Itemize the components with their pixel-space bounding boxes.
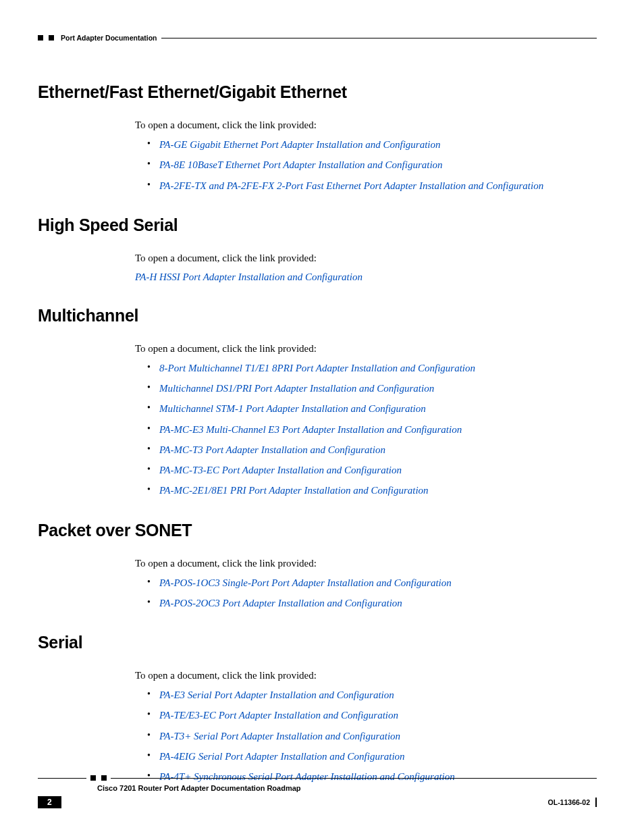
list-item: PA-MC-2E1/8E1 PRI Port Adapter Installat… (147, 484, 597, 497)
section-intro: To open a document, click the link provi… (135, 120, 597, 131)
link-list: PA-E3 Serial Port Adapter Installation a… (147, 688, 597, 783)
link-list: 8-Port Multichannel T1/E1 8PRI Port Adap… (147, 361, 597, 498)
list-item: Multichannel STM-1 Port Adapter Installa… (147, 402, 597, 415)
section-heading: Packet over SONET (38, 521, 597, 540)
list-item: Multichannel DS1/PRI Port Adapter Instal… (147, 382, 597, 395)
list-item: PA-POS-2OC3 Port Adapter Installation an… (147, 596, 597, 610)
square-icon (90, 775, 96, 781)
doc-link[interactable]: PA-2FE-TX and PA-2FE-FX 2-Port Fast Ethe… (159, 180, 543, 191)
doc-link[interactable]: PA-TE/E3-EC Port Adapter Installation an… (159, 710, 398, 721)
page-footer: Cisco 7201 Router Port Adapter Documenta… (38, 775, 597, 808)
doc-link[interactable]: Multichannel STM-1 Port Adapter Installa… (159, 403, 426, 414)
square-icon (49, 35, 54, 41)
section-intro: To open a document, click the link provi… (135, 670, 597, 681)
section-intro: To open a document, click the link provi… (135, 343, 597, 355)
footer-doc-title: Cisco 7201 Router Port Adapter Documenta… (97, 784, 597, 792)
list-item: PA-8E 10BaseT Ethernet Port Adapter Inst… (147, 158, 597, 172)
section-intro: To open a document, click the link provi… (135, 253, 597, 264)
breadcrumb: Port Adapter Documentation (61, 34, 157, 42)
divider-line (38, 778, 86, 779)
section-heading: Multichannel (38, 306, 597, 325)
doc-link[interactable]: PA-H HSSI Port Adapter Installation and … (135, 271, 363, 282)
divider-line (161, 38, 597, 38)
doc-link[interactable]: PA-POS-2OC3 Port Adapter Installation an… (159, 598, 402, 608)
header-rule: Port Adapter Documentation (38, 34, 597, 42)
section-heading: High Speed Serial (38, 215, 597, 235)
section-heading: Ethernet/Fast Ethernet/Gigabit Ethernet (38, 82, 597, 102)
section-multichannel: Multichannel To open a document, click t… (38, 306, 597, 498)
list-item: PA-T3+ Serial Port Adapter Installation … (147, 729, 597, 743)
doc-id: OL-11366-02 (548, 798, 590, 806)
doc-link[interactable]: PA-MC-2E1/8E1 PRI Port Adapter Installat… (159, 485, 429, 496)
doc-link[interactable]: PA-8E 10BaseT Ethernet Port Adapter Inst… (159, 159, 443, 170)
list-item: PA-E3 Serial Port Adapter Installation a… (147, 688, 597, 702)
list-item: PA-MC-T3-EC Port Adapter Installation an… (147, 463, 597, 477)
link-list: PA-GE Gigabit Ethernet Port Adapter Inst… (147, 138, 597, 192)
page-number: 2 (38, 796, 61, 808)
footer-bottom: 2 OL-11366-02 (38, 796, 597, 808)
list-item: PA-H HSSI Port Adapter Installation and … (135, 271, 597, 283)
doc-link[interactable]: PA-GE Gigabit Ethernet Port Adapter Inst… (159, 139, 441, 150)
list-item: PA-2FE-TX and PA-2FE-FX 2-Port Fast Ethe… (147, 179, 597, 192)
list-item: PA-POS-1OC3 Single-Port Port Adapter Ins… (147, 576, 597, 590)
footer-rule (38, 775, 597, 781)
section-high-speed-serial: High Speed Serial To open a document, cl… (38, 215, 597, 283)
list-item: PA-GE Gigabit Ethernet Port Adapter Inst… (147, 138, 597, 151)
doc-link[interactable]: PA-MC-E3 Multi-Channel E3 Port Adapter I… (159, 424, 462, 435)
section-ethernet: Ethernet/Fast Ethernet/Gigabit Ethernet … (38, 82, 597, 192)
list-item: PA-MC-E3 Multi-Channel E3 Port Adapter I… (147, 423, 597, 436)
doc-link[interactable]: PA-T3+ Serial Port Adapter Installation … (159, 731, 400, 741)
section-packet-over-sonet: Packet over SONET To open a document, cl… (38, 521, 597, 610)
doc-link[interactable]: PA-POS-1OC3 Single-Port Port Adapter Ins… (159, 577, 452, 588)
section-heading: Serial (38, 633, 597, 652)
link-list: PA-POS-1OC3 Single-Port Port Adapter Ins… (147, 576, 597, 610)
list-item: PA-TE/E3-EC Port Adapter Installation an… (147, 708, 597, 722)
list-item: PA-MC-T3 Port Adapter Installation and C… (147, 443, 597, 457)
doc-link[interactable]: PA-MC-T3-EC Port Adapter Installation an… (159, 465, 402, 475)
doc-link[interactable]: PA-E3 Serial Port Adapter Installation a… (159, 689, 394, 700)
divider-line (111, 778, 597, 779)
square-icon (38, 35, 43, 41)
divider-vertical (595, 798, 597, 807)
doc-link[interactable]: 8-Port Multichannel T1/E1 8PRI Port Adap… (159, 363, 475, 373)
section-serial: Serial To open a document, click the lin… (38, 633, 597, 783)
doc-link[interactable]: PA-MC-T3 Port Adapter Installation and C… (159, 444, 385, 455)
list-item: 8-Port Multichannel T1/E1 8PRI Port Adap… (147, 361, 597, 375)
square-icon (101, 775, 107, 781)
doc-link[interactable]: Multichannel DS1/PRI Port Adapter Instal… (159, 383, 434, 394)
doc-link[interactable]: PA-4EIG Serial Port Adapter Installation… (159, 751, 405, 762)
section-intro: To open a document, click the link provi… (135, 558, 597, 569)
list-item: PA-4EIG Serial Port Adapter Installation… (147, 750, 597, 763)
